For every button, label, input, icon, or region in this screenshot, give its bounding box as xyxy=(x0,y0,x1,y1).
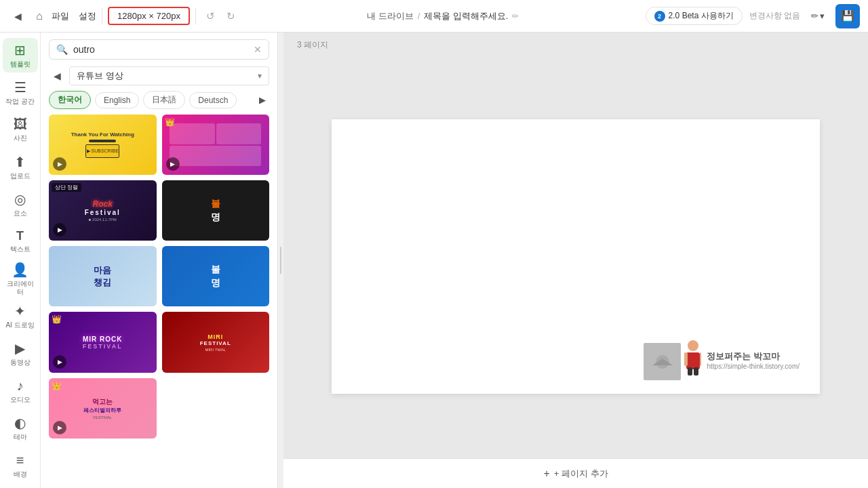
edit-mode-button[interactable]: ✏ ▾ xyxy=(807,8,829,24)
lang-tab-japanese[interactable]: 日本語 xyxy=(143,91,185,109)
template-card-7-play-icon: ▶ xyxy=(53,355,66,369)
lang-tab-korean[interactable]: 한국어 xyxy=(49,91,91,109)
canvas-page[interactable]: 정보퍼주는 박꼬마 https://simple-think.tistory.c… xyxy=(332,119,820,394)
sidebar-item-text[interactable]: T 텍스트 xyxy=(3,224,38,259)
background-icon: ≡ xyxy=(16,453,24,468)
lang-tab-right-arrow[interactable]: ▶ xyxy=(254,92,271,108)
svg-point-0 xyxy=(688,340,698,351)
search-icon: 🔍 xyxy=(56,44,68,55)
sidebar-item-creator[interactable]: 👤 크리에이터 xyxy=(3,261,38,296)
canvas-size-button[interactable]: 868px × 488px xyxy=(108,7,190,25)
add-page-bar: + + 페이지 추가 xyxy=(283,458,868,488)
search-bar: 🔍 ✕ xyxy=(49,39,269,60)
template-card-7[interactable]: MIR ROCK FESTIVAL 👑 ▶ xyxy=(49,312,157,372)
sidebar-creator-label: 크리에이터 xyxy=(5,280,35,296)
toolbar-left: ◀ ⌂ 파일 설정 868px × 488px ↺ ↻ xyxy=(8,7,241,26)
panel-resize-handle[interactable] xyxy=(278,33,283,488)
lang-tab-english[interactable]: English xyxy=(95,92,139,108)
template-card-4-bg: 불명 xyxy=(162,180,270,241)
theme-icon: ◐ xyxy=(14,415,26,431)
category-back-button[interactable]: ◀ xyxy=(49,68,65,84)
edit-mode-icon: ✏ xyxy=(811,11,818,21)
sidebar-video-label: 동영상 xyxy=(10,359,31,367)
main-toolbar: ◀ ⌂ 파일 설정 868px × 488px ↺ ↻ 내 드라이브 / 제목… xyxy=(0,0,868,33)
template-icon: ⊞ xyxy=(14,42,26,58)
svg-rect-1 xyxy=(686,352,700,369)
template-card-2-play-icon: ▶ xyxy=(166,157,180,171)
template-card-1[interactable]: Thank You For Watching ▶ SUBSCRIBE ▶ xyxy=(49,115,157,175)
template-card-9-play-icon: ▶ xyxy=(53,421,66,434)
canvas-area: 3 페이지 xyxy=(283,33,868,488)
page-label: 3 페이지 xyxy=(297,39,328,51)
sidebar-ai-draw-label: AI 드로잉 xyxy=(5,321,34,329)
template-card-3[interactable]: 상단 정렬 Rock Festival ■ 2024.11.7PM ▶ xyxy=(49,180,157,241)
watermark-name: 정보퍼주는 박꼬마 xyxy=(707,350,800,363)
home-button[interactable]: ⌂ xyxy=(30,7,49,26)
redo-button[interactable]: ↻ xyxy=(222,7,241,26)
watermark-text: 정보퍼주는 박꼬마 https://simple-think.tistory.c… xyxy=(707,350,800,370)
add-page-button[interactable]: + + 페이지 추가 xyxy=(543,468,608,480)
main-area: ⊞ 템플릿 ☰ 작업 공간 🖼 사진 ⬆ 업로드 ◎ 요소 T 텍스트 👤 크리… xyxy=(0,33,868,488)
svg-rect-2 xyxy=(684,352,688,366)
language-tabs: 한국어 English 日本語 Deutsch ▶ xyxy=(41,91,277,115)
sidebar-item-photo[interactable]: 🖼 사진 xyxy=(3,113,38,147)
breadcrumb-separator: / xyxy=(418,11,420,21)
sidebar-item-ai-draw[interactable]: ✦ AI 드로잉 xyxy=(3,299,38,333)
edit-title-icon[interactable]: ✏ xyxy=(512,12,519,21)
sidebar-item-template[interactable]: ⊞ 템플릿 xyxy=(3,38,38,73)
svg-rect-3 xyxy=(700,352,701,366)
back-button[interactable]: ◀ xyxy=(8,7,27,26)
template-card-5[interactable]: 마음챙김 xyxy=(49,246,157,306)
category-selector: ◀ 유튜브 영상 ▾ xyxy=(41,66,277,91)
sidebar-item-upload[interactable]: ⬆ 업로드 xyxy=(3,150,38,184)
search-clear-button[interactable]: ✕ xyxy=(254,44,262,55)
edit-mode-chevron: ▾ xyxy=(820,11,825,21)
text-icon: T xyxy=(16,229,24,243)
template-card-6[interactable]: 불명 xyxy=(162,246,270,306)
save-icon: 💾 xyxy=(841,9,854,22)
watermark-figure-group xyxy=(644,340,701,380)
photo-icon: 🖼 xyxy=(14,117,27,132)
sidebar-template-label: 템플릿 xyxy=(10,60,31,68)
save-button[interactable]: 💾 xyxy=(835,4,860,28)
template-card-8[interactable]: MIRI FESTIVAL MIRI TWAL xyxy=(162,312,270,372)
template-card-6-bg: 불명 xyxy=(162,246,270,306)
template-card-2[interactable]: 👑 ▶ xyxy=(162,115,270,175)
toolbar-divider-2 xyxy=(195,8,196,24)
undo-button[interactable]: ↺ xyxy=(201,7,220,26)
sidebar-photo-label: 사진 xyxy=(14,134,27,142)
document-title[interactable]: 제목을 입력해주세요. xyxy=(424,10,508,22)
sidebar-workspace-label: 작업 공간 xyxy=(5,98,35,106)
save-status: 변경사항 없음 xyxy=(749,10,800,22)
template-card-7-bg: MIR ROCK FESTIVAL 👑 ▶ xyxy=(49,312,157,372)
sidebar-item-workspace[interactable]: ☰ 작업 공간 xyxy=(3,75,38,110)
svg-rect-5 xyxy=(694,367,698,375)
sidebar-item-background[interactable]: ≡ 배경 xyxy=(3,448,38,483)
settings-menu[interactable]: 설정 xyxy=(79,10,96,22)
category-selected-label: 유튜브 영상 xyxy=(77,70,123,82)
file-menu[interactable]: 파일 xyxy=(52,10,69,22)
template-card-9-bg: 먹고는 페스티벌의하루 FESTIVAL 👑 ▶ xyxy=(49,378,157,439)
template-card-4[interactable]: 불명 xyxy=(162,180,270,241)
sidebar-item-video[interactable]: ▶ 동영상 xyxy=(3,336,38,371)
sidebar-item-theme[interactable]: ◐ 테마 xyxy=(3,411,38,445)
breadcrumb-drive[interactable]: 내 드라이브 xyxy=(367,10,414,22)
template-card-9[interactable]: 먹고는 페스티벌의하루 FESTIVAL 👑 ▶ xyxy=(49,378,157,439)
template-card-2-crown-icon: 👑 xyxy=(165,117,175,127)
sidebar-element-label: 요소 xyxy=(14,209,27,218)
template-card-3-label: 상단 정렬 xyxy=(52,183,81,192)
lang-tab-deutsch[interactable]: Deutsch xyxy=(189,92,237,108)
template-card-1-play-icon: ▶ xyxy=(53,157,66,171)
sidebar-background-label: 배경 xyxy=(14,470,27,479)
beta-button[interactable]: 2 2.0 Beta 사용하기 xyxy=(646,7,743,25)
category-dropdown[interactable]: 유튜브 영상 ▾ xyxy=(69,66,269,85)
toolbar-center: 내 드라이브 / 제목을 입력해주세요. ✏ xyxy=(246,10,640,22)
beta-icon: 2 xyxy=(654,11,665,22)
sidebar-item-audio[interactable]: ♪ 오디오 xyxy=(3,373,38,408)
ai-draw-icon: ✦ xyxy=(14,303,26,319)
sidebar-item-element[interactable]: ◎ 요소 xyxy=(3,187,38,222)
watermark-url: https://simple-think.tistory.com/ xyxy=(707,363,800,370)
watermark-person-figure xyxy=(674,340,701,380)
search-input[interactable] xyxy=(73,44,248,55)
template-card-7-crown-icon: 👑 xyxy=(52,314,62,324)
